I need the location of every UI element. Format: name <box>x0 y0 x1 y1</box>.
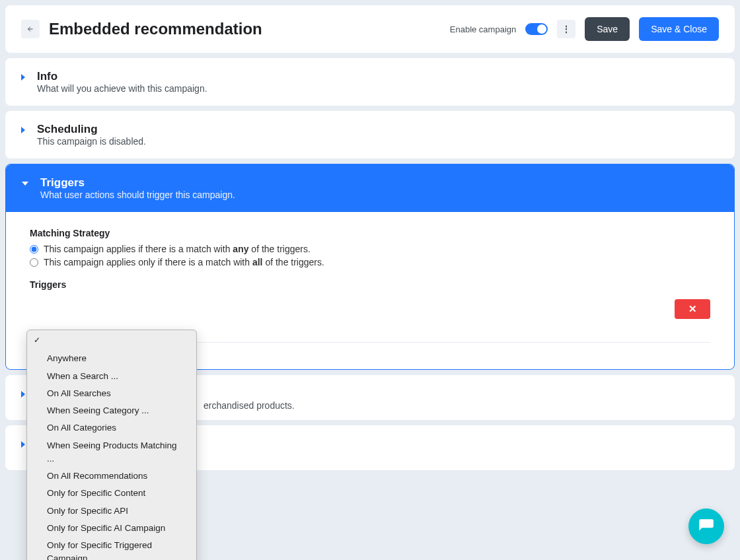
matching-any-radio[interactable] <box>30 245 38 254</box>
section-triggers-title: Triggers <box>40 176 235 190</box>
back-button[interactable] <box>21 20 40 38</box>
dropdown-item[interactable]: Only for Specific API <box>27 503 196 520</box>
dropdown-item[interactable]: On All Searches <box>27 385 196 402</box>
dropdown-item[interactable]: When Seeing Products Matching ... <box>27 437 196 468</box>
matching-strategy-label: Matching Strategy <box>30 228 710 238</box>
more-menu-button[interactable]: ⋮ <box>557 20 575 38</box>
triggers-list-label: Triggers <box>30 279 710 290</box>
chat-icon <box>698 518 715 535</box>
save-close-button[interactable]: Save & Close <box>639 17 719 41</box>
dropdown-item[interactable]: Anywhere <box>27 350 196 367</box>
dropdown-item[interactable]: On All Recommendations <box>27 468 196 485</box>
chevron-right-icon <box>21 127 25 133</box>
dropdown-item[interactable]: On All Categories <box>27 419 196 437</box>
enable-campaign-label: Enable campaign <box>450 24 516 34</box>
save-button[interactable]: Save <box>585 17 630 41</box>
page-title: Embedded recommendation <box>49 20 441 38</box>
matching-all-radio[interactable] <box>30 258 38 267</box>
chat-widget-button[interactable] <box>688 508 724 544</box>
trigger-type-dropdown: AnywhereWhen a Search ...On All Searches… <box>26 330 197 560</box>
matching-all-option[interactable]: This campaign applies only if there is a… <box>30 257 710 267</box>
dropdown-item[interactable]: When Seeing Category ... <box>27 402 196 419</box>
section-scheduling[interactable]: Scheduling This campaign is disabled. <box>5 111 735 158</box>
section-triggers-header[interactable]: Triggers What user actions should trigge… <box>6 164 734 212</box>
dropdown-item[interactable]: Only for Specific Triggered Campaign <box>27 537 196 560</box>
matching-any-option[interactable]: This campaign applies if there is a matc… <box>30 244 710 254</box>
section-info-subtitle: What will you achieve with this campaign… <box>37 83 207 94</box>
chevron-right-icon <box>21 441 25 448</box>
section-info-title: Info <box>37 70 207 83</box>
page-header: Embedded recommendation Enable campaign … <box>5 5 735 53</box>
section-scheduling-title: Scheduling <box>37 123 146 136</box>
dropdown-item[interactable]: When a Search ... <box>27 368 196 385</box>
dropdown-item[interactable]: Only for Specific AI Campaign <box>27 520 196 537</box>
dropdown-item-blank[interactable] <box>27 333 196 350</box>
chevron-right-icon <box>21 391 25 398</box>
section-scheduling-subtitle: This campaign is disabled. <box>37 136 146 147</box>
chevron-right-icon <box>21 74 25 81</box>
enable-campaign-toggle[interactable] <box>525 23 548 35</box>
chevron-down-icon <box>22 182 28 186</box>
remove-trigger-button[interactable]: ✕ <box>675 299 710 319</box>
section-info[interactable]: Info What will you achieve with this cam… <box>5 58 735 106</box>
section-triggers-subtitle: What user actions should trigger this ca… <box>40 190 235 200</box>
dropdown-item[interactable]: Only for Specific Content <box>27 485 196 502</box>
merchandising-subtitle-tail: erchandised products. <box>204 387 719 411</box>
